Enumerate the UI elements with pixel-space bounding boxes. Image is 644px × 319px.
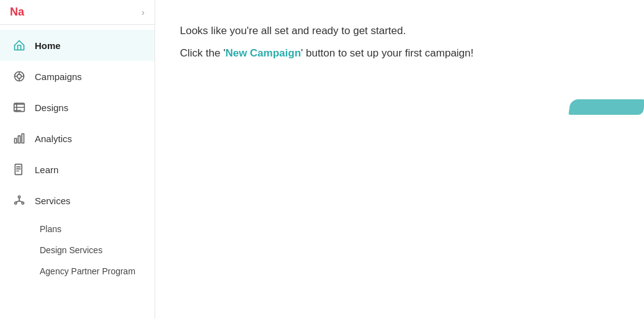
welcome-message: Looks like you're all set and ready to g…: [180, 25, 619, 37]
sub-nav-item-plans[interactable]: Plans: [35, 218, 154, 240]
analytics-icon: [12, 132, 26, 145]
sidebar-item-services[interactable]: Services: [0, 185, 154, 216]
main-content: Looks like you're all set and ready to g…: [155, 0, 644, 319]
svg-rect-10: [22, 134, 24, 143]
sub-nav-item-design-services[interactable]: Design Services: [35, 240, 154, 261]
sidebar-item-designs[interactable]: Designs: [0, 92, 154, 123]
home-icon: [12, 38, 26, 52]
cta-prefix: Click the ': [180, 47, 225, 59]
svg-line-19: [16, 201, 19, 202]
map-shape: [568, 99, 644, 115]
sidebar-item-learn[interactable]: Learn: [0, 154, 154, 185]
svg-line-20: [19, 201, 23, 202]
new-campaign-link[interactable]: New Campaign: [225, 47, 301, 59]
services-sub-nav: Plans Design Services Agency Partner Pro…: [0, 216, 154, 284]
sidebar-logo: Na: [10, 6, 24, 19]
campaigns-icon: [12, 70, 26, 83]
sidebar-item-campaigns[interactable]: Campaigns: [0, 61, 154, 92]
designs-icon: [12, 101, 26, 114]
sidebar-header: Na ›: [0, 0, 154, 25]
sidebar-item-home[interactable]: Home: [0, 30, 154, 61]
svg-point-1: [17, 74, 22, 79]
sidebar-item-label-analytics: Analytics: [35, 133, 72, 144]
services-icon: [12, 194, 26, 207]
svg-rect-9: [18, 136, 20, 143]
sidebar-item-label-designs: Designs: [35, 102, 68, 113]
sidebar: Na › Home: [0, 0, 155, 319]
sub-nav-item-agency-partner[interactable]: Agency Partner Program: [35, 261, 154, 282]
cta-suffix: ' button to set up your first campaign!: [301, 47, 473, 59]
sidebar-item-label-home: Home: [35, 40, 61, 51]
sidebar-item-label-campaigns: Campaigns: [35, 71, 82, 82]
sidebar-nav: Home Campaigns: [0, 25, 154, 319]
svg-rect-8: [15, 138, 17, 143]
map-decoration: [570, 99, 644, 118]
sidebar-item-analytics[interactable]: Analytics: [0, 123, 154, 154]
cta-message: Click the 'New Campaign' button to set u…: [180, 47, 619, 60]
sidebar-item-label-learn: Learn: [35, 164, 58, 175]
sidebar-chevron-icon[interactable]: ›: [141, 7, 145, 17]
sidebar-item-label-services: Services: [35, 195, 71, 206]
learn-icon: [12, 163, 26, 176]
